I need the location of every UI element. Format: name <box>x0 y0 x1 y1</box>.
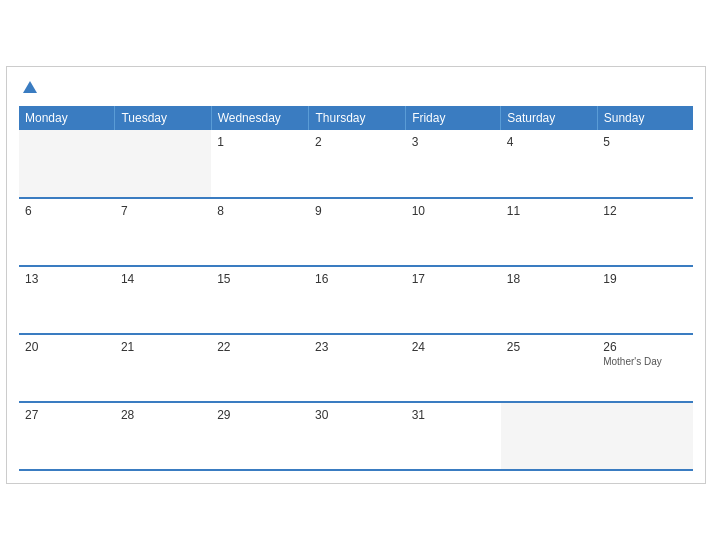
day-cell: 16 <box>309 266 406 334</box>
calendar-table: MondayTuesdayWednesdayThursdayFridaySatu… <box>19 106 693 471</box>
calendar-container: MondayTuesdayWednesdayThursdayFridaySatu… <box>6 66 706 484</box>
day-cell: 17 <box>406 266 501 334</box>
day-number: 9 <box>315 204 400 218</box>
day-number: 22 <box>217 340 303 354</box>
day-cell: 13 <box>19 266 115 334</box>
day-number: 20 <box>25 340 109 354</box>
week-row-1: 12345 <box>19 130 693 198</box>
day-number: 17 <box>412 272 495 286</box>
day-number: 12 <box>603 204 687 218</box>
day-cell: 30 <box>309 402 406 470</box>
day-number: 13 <box>25 272 109 286</box>
day-number: 14 <box>121 272 205 286</box>
day-cell: 31 <box>406 402 501 470</box>
holiday-label: Mother's Day <box>603 356 687 367</box>
day-cell: 2 <box>309 130 406 198</box>
day-cell: 24 <box>406 334 501 402</box>
weekday-header-friday: Friday <box>406 106 501 130</box>
day-cell: 3 <box>406 130 501 198</box>
day-cell: 19 <box>597 266 693 334</box>
day-cell <box>501 402 597 470</box>
day-number: 1 <box>217 135 303 149</box>
day-number: 18 <box>507 272 591 286</box>
day-number: 7 <box>121 204 205 218</box>
logo <box>19 81 37 94</box>
weekday-header-monday: Monday <box>19 106 115 130</box>
day-cell: 5 <box>597 130 693 198</box>
week-row-2: 6789101112 <box>19 198 693 266</box>
day-cell: 4 <box>501 130 597 198</box>
day-cell: 25 <box>501 334 597 402</box>
day-number: 4 <box>507 135 591 149</box>
day-number: 11 <box>507 204 591 218</box>
day-cell: 14 <box>115 266 211 334</box>
day-cell: 28 <box>115 402 211 470</box>
day-cell: 11 <box>501 198 597 266</box>
calendar-header <box>19 77 693 98</box>
day-number: 30 <box>315 408 400 422</box>
day-cell: 6 <box>19 198 115 266</box>
day-cell: 21 <box>115 334 211 402</box>
day-number: 19 <box>603 272 687 286</box>
day-cell: 8 <box>211 198 309 266</box>
day-cell: 1 <box>211 130 309 198</box>
day-number: 2 <box>315 135 400 149</box>
day-cell: 29 <box>211 402 309 470</box>
day-number: 27 <box>25 408 109 422</box>
day-number: 8 <box>217 204 303 218</box>
day-number: 21 <box>121 340 205 354</box>
day-number: 29 <box>217 408 303 422</box>
day-cell: 7 <box>115 198 211 266</box>
day-cell: 9 <box>309 198 406 266</box>
day-cell: 22 <box>211 334 309 402</box>
day-number: 16 <box>315 272 400 286</box>
day-cell <box>115 130 211 198</box>
day-number: 3 <box>412 135 495 149</box>
day-cell: 15 <box>211 266 309 334</box>
day-cell: 20 <box>19 334 115 402</box>
weekday-header-tuesday: Tuesday <box>115 106 211 130</box>
weekday-header-wednesday: Wednesday <box>211 106 309 130</box>
day-cell: 12 <box>597 198 693 266</box>
day-cell: 27 <box>19 402 115 470</box>
day-number: 5 <box>603 135 687 149</box>
day-cell <box>19 130 115 198</box>
day-cell: 18 <box>501 266 597 334</box>
day-number: 24 <box>412 340 495 354</box>
day-number: 28 <box>121 408 205 422</box>
day-cell <box>597 402 693 470</box>
day-number: 15 <box>217 272 303 286</box>
day-number: 10 <box>412 204 495 218</box>
day-number: 31 <box>412 408 495 422</box>
day-number: 25 <box>507 340 591 354</box>
day-number: 23 <box>315 340 400 354</box>
weekday-header-thursday: Thursday <box>309 106 406 130</box>
day-number: 26 <box>603 340 687 354</box>
day-cell: 10 <box>406 198 501 266</box>
weekday-header-row: MondayTuesdayWednesdayThursdayFridaySatu… <box>19 106 693 130</box>
day-cell: 26Mother's Day <box>597 334 693 402</box>
logo-triangle-icon <box>23 81 37 93</box>
day-number: 6 <box>25 204 109 218</box>
day-cell: 23 <box>309 334 406 402</box>
week-row-5: 2728293031 <box>19 402 693 470</box>
week-row-4: 20212223242526Mother's Day <box>19 334 693 402</box>
weekday-header-saturday: Saturday <box>501 106 597 130</box>
logo-blue-row <box>19 81 37 94</box>
weekday-header-sunday: Sunday <box>597 106 693 130</box>
week-row-3: 13141516171819 <box>19 266 693 334</box>
